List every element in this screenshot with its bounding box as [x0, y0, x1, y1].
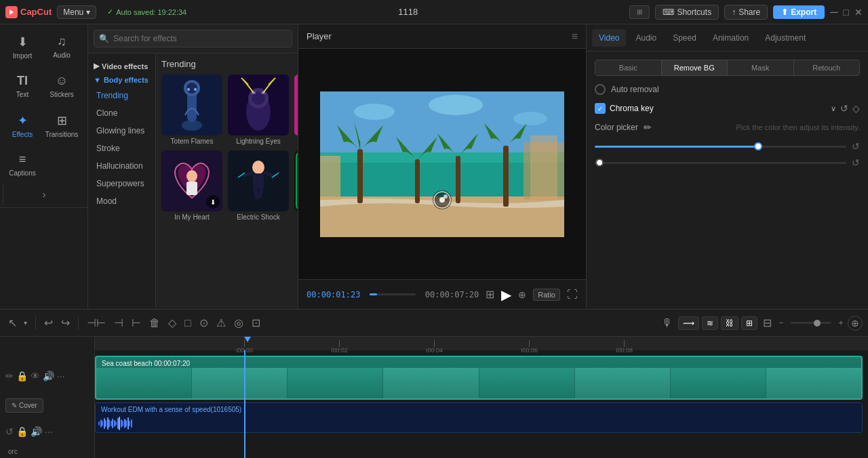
effects-grid: Totem Flames [161, 75, 292, 221]
audio-volume-icon[interactable]: 🔊 [31, 426, 42, 437]
audio-lock-icon[interactable]: 🔒 [16, 426, 28, 437]
nav-trending[interactable]: Trending [88, 87, 155, 104]
maximize-button[interactable]: □ [844, 7, 849, 18]
toolbar-expand-button[interactable]: › [3, 184, 85, 205]
sub-tab-mask[interactable]: Mask [728, 60, 794, 75]
effect-flipped[interactable]: ♥ ♥ Flipped [294, 75, 298, 145]
undo-button[interactable]: ↩ [41, 314, 56, 332]
auto-removal-checkbox[interactable] [595, 84, 606, 95]
search-wrap: 🔍 [94, 30, 292, 47]
shield-button[interactable]: ◇ [165, 314, 179, 332]
effect-lightning-eyes[interactable]: Lightning Eyes [228, 75, 289, 145]
chroma-key-actions: ↺ ◇ [840, 103, 860, 114]
slider-reset-icon[interactable]: ↺ [852, 141, 860, 152]
sub-tab-basic[interactable]: Basic [595, 60, 662, 75]
record-button[interactable]: ⊙ [197, 314, 211, 332]
display-mode-button[interactable]: ⊞ [629, 5, 650, 19]
select-dropdown[interactable]: ▾ [21, 316, 30, 329]
toolbar-import[interactable]: ⬇ Import [3, 27, 42, 66]
track-link-button[interactable]: ⟿ [678, 316, 699, 330]
align-left-button[interactable]: ⊣ [111, 314, 126, 332]
delete-button[interactable]: 🗑 [146, 314, 163, 332]
nav-glowing-lines[interactable]: Glowing lines [88, 122, 155, 140]
track-split-button[interactable]: ⊞ [741, 316, 757, 330]
tab-animation[interactable]: Animation [706, 29, 755, 47]
chroma-key-checkbox[interactable]: ✓ [595, 103, 606, 114]
effects-search-input[interactable] [94, 30, 292, 47]
shadow-slider-thumb[interactable] [595, 159, 604, 167]
nav-mood[interactable]: Mood [88, 192, 155, 210]
nav-superpowers[interactable]: Superpowers [88, 175, 155, 192]
minimize-button[interactable]: ─ [830, 6, 837, 18]
toolbar-transitions[interactable]: ⊞ Transitions [42, 106, 81, 145]
tab-speed[interactable]: Speed [666, 29, 703, 47]
frame-button[interactable]: ⊡ [249, 314, 263, 332]
diamond-icon[interactable]: ◇ [852, 103, 860, 114]
flip-button[interactable]: ⚠ [214, 314, 229, 332]
select-tool-button[interactable]: ↖ [5, 314, 20, 332]
player-seek-bar[interactable] [370, 293, 415, 295]
audio-track[interactable]: Workout EDM with a sense of speed(101650… [95, 402, 863, 433]
zoom-in-icon[interactable]: ＋ [837, 317, 845, 329]
audio-loop-icon[interactable]: ↺ [5, 426, 14, 437]
zoom-to-fit-icon[interactable]: ⊕ [518, 289, 526, 300]
sub-tab-removebg[interactable]: Remove BG [662, 60, 728, 75]
track-audio-button[interactable]: ≋ [702, 316, 718, 330]
close-button[interactable]: ✕ [854, 7, 863, 18]
ruler-spacer [3, 339, 92, 353]
effect-electro-border[interactable]: Electro Border [294, 150, 298, 221]
effect-in-my-heart[interactable]: ⬇ In My Heart [161, 150, 222, 221]
nav-clone[interactable]: Clone [88, 104, 155, 122]
effect-totem-flames[interactable]: Totem Flames [161, 75, 222, 145]
reset-icon[interactable]: ↺ [840, 103, 848, 114]
tab-video[interactable]: Video [592, 29, 626, 47]
tab-audio[interactable]: Audio [629, 29, 663, 47]
toolbar-audio[interactable]: ♫ Audio [42, 27, 81, 66]
zoom-out-icon[interactable]: － [777, 317, 785, 329]
shadow-slider-track[interactable] [595, 162, 846, 164]
intensity-slider-thumb[interactable] [754, 142, 762, 150]
video-effects-section[interactable]: ▶ Video effects [88, 59, 155, 73]
cover-button[interactable]: ✎ Cover [5, 398, 43, 413]
lock-icon[interactable]: 🔒 [16, 371, 28, 381]
add-track-button[interactable]: ⊕ [848, 316, 863, 331]
more-icon[interactable]: ··· [57, 371, 65, 381]
player-menu-icon[interactable]: ≡ [572, 30, 578, 43]
zoom-slider[interactable] [791, 322, 831, 324]
toolbar-stickers[interactable]: ☺ Stickers [42, 66, 81, 106]
color-picker-icon[interactable]: ✏ [644, 122, 652, 133]
fullscreen-button[interactable]: ⛶ [567, 289, 578, 301]
rotate-button[interactable]: ◎ [231, 314, 246, 332]
menu-button[interactable]: Menu ▾ [57, 5, 96, 19]
track-chain-button[interactable]: ⛓ [721, 316, 738, 330]
body-effects-section[interactable]: ▼ Body effects [88, 73, 155, 87]
toolbar-effects[interactable]: ✦ Effects [3, 106, 42, 145]
ratio-button[interactable]: Ratio [533, 289, 560, 301]
nav-stroke[interactable]: Stroke [88, 140, 155, 157]
export-button[interactable]: ⬆ Export [773, 5, 825, 19]
edit-icon[interactable]: ✏ [5, 371, 14, 381]
video-track[interactable]: Sea coast beach 00:00:07:20 [95, 356, 863, 400]
mic-button[interactable]: 🎙 [659, 314, 675, 332]
share-button[interactable]: ↑ Share [724, 5, 768, 20]
play-button[interactable]: ▶ [501, 287, 511, 303]
nav-hallucination[interactable]: Hallucination [88, 157, 155, 175]
svg-rect-52 [456, 156, 460, 203]
grid-view-icon[interactable]: ⊞ [486, 288, 494, 301]
tab-adjustment[interactable]: Adjustment [758, 29, 812, 47]
toolbar-captions[interactable]: ≡ Captions [3, 145, 42, 184]
redo-button[interactable]: ↪ [58, 314, 73, 332]
toolbar-text[interactable]: TI Text [3, 66, 42, 106]
volume-icon[interactable]: 🔊 [43, 371, 54, 381]
align-right-button[interactable]: ⊢ [129, 314, 144, 332]
slider2-reset-icon[interactable]: ↺ [852, 157, 860, 168]
audio-more-icon[interactable]: ··· [45, 426, 53, 437]
shortcuts-button[interactable]: ⌨ Shortcuts [655, 5, 719, 20]
crop-button[interactable]: □ [182, 314, 194, 332]
intensity-slider-track[interactable] [595, 146, 846, 148]
sub-tab-retouch[interactable]: Retouch [794, 60, 860, 75]
effect-electric-shock[interactable]: Electric Shock [228, 150, 289, 221]
clip-settings-button[interactable]: ⊟ [760, 314, 774, 332]
eye-icon[interactable]: 👁 [31, 371, 40, 381]
split-button[interactable]: ⊣⊢ [84, 314, 108, 332]
